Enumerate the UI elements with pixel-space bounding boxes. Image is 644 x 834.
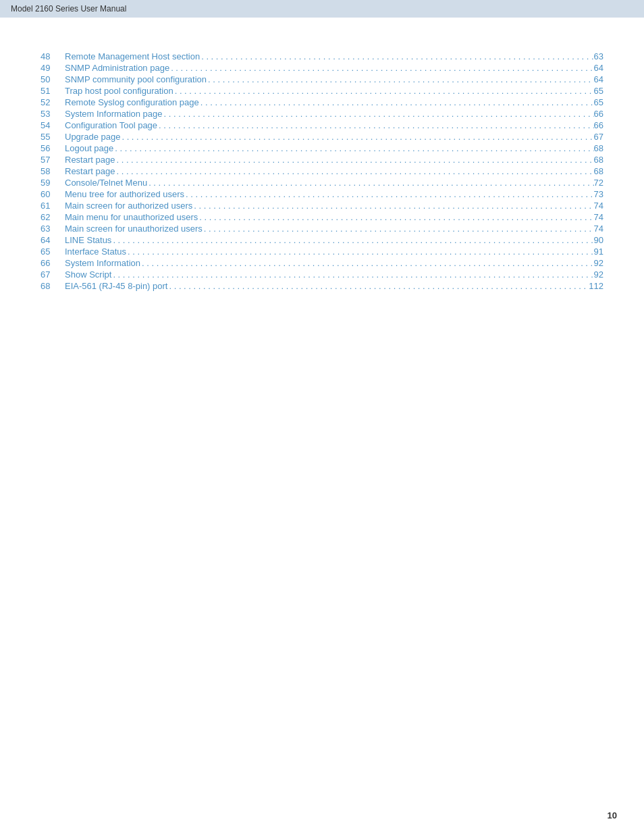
toc-entry-number: 64	[41, 235, 65, 245]
toc-entry-page: 112	[589, 281, 603, 291]
toc-entry-page: 90	[594, 235, 603, 245]
toc-container: 48Remote Management Host section . . . .…	[41, 51, 603, 291]
toc-entry-title: Main menu for unauthorized users	[65, 212, 198, 222]
toc-entry-page: 92	[594, 269, 603, 280]
toc-entry-dots: . . . . . . . . . . . . . . . . . . . . …	[111, 269, 593, 280]
header-title: Model 2160 Series User Manual	[11, 4, 126, 14]
toc-entry-number: 52	[41, 97, 65, 107]
toc-row[interactable]: 68EIA-561 (RJ-45 8-pin) port . . . . . .…	[41, 281, 603, 291]
toc-entry-dots: . . . . . . . . . . . . . . . . . . . . …	[163, 109, 594, 119]
toc-entry-title: Main screen for authorized users	[65, 201, 192, 211]
toc-entry-dots: . . . . . . . . . . . . . . . . . . . . …	[198, 212, 593, 222]
toc-entry-title: System Information page	[65, 109, 163, 119]
toc-entry-number: 48	[41, 51, 65, 61]
toc-entry-dots: . . . . . . . . . . . . . . . . . . . . …	[199, 97, 594, 107]
toc-entry-page: 63	[594, 51, 603, 61]
page-number: 10	[608, 810, 617, 820]
toc-entry-dots: . . . . . . . . . . . . . . . . . . . . …	[115, 166, 593, 176]
toc-entry-dots: . . . . . . . . . . . . . . . . . . . . …	[203, 224, 594, 234]
toc-entry-page: 74	[594, 212, 603, 222]
toc-row[interactable]: 57Restart page . . . . . . . . . . . . .…	[41, 155, 603, 165]
toc-entry-title: SNMP community pool configuration	[65, 74, 207, 84]
toc-entry-dots: . . . . . . . . . . . . . . . . . . . . …	[157, 120, 593, 130]
toc-entry-page: 91	[594, 246, 603, 257]
toc-entry-title: Show Script	[65, 269, 111, 280]
toc-entry-number: 59	[41, 178, 65, 188]
toc-entry-page: 92	[594, 258, 603, 268]
toc-entry-page: 72	[594, 178, 603, 188]
toc-entry-dots: . . . . . . . . . . . . . . . . . . . . …	[169, 63, 593, 73]
toc-entry-number: 61	[41, 201, 65, 211]
toc-row[interactable]: 62Main menu for unauthorized users . . .…	[41, 212, 603, 222]
toc-entry-dots: . . . . . . . . . . . . . . . . . . . . …	[147, 178, 593, 188]
toc-entry-number: 66	[41, 258, 65, 268]
toc-entry-number: 51	[41, 86, 65, 96]
toc-row[interactable]: 63Main screen for unauthorized users . .…	[41, 224, 603, 234]
toc-entry-number: 67	[41, 269, 65, 280]
toc-entry-number: 68	[41, 281, 65, 291]
toc-row[interactable]: 50SNMP community pool configuration . . …	[41, 74, 603, 84]
toc-row[interactable]: 59Console/Telnet Menu . . . . . . . . . …	[41, 178, 603, 188]
toc-row[interactable]: 61Main screen for authorized users . . .…	[41, 201, 603, 211]
toc-row[interactable]: 67Show Script . . . . . . . . . . . . . …	[41, 269, 603, 280]
toc-row[interactable]: 60Menu tree for authorized users . . . .…	[41, 189, 603, 199]
toc-row[interactable]: 49SNMP Administration page . . . . . . .…	[41, 63, 603, 73]
toc-entry-number: 63	[41, 224, 65, 234]
toc-row[interactable]: 66System Information . . . . . . . . . .…	[41, 258, 603, 268]
toc-entry-title: Configuration Tool page	[65, 120, 157, 130]
content-area: 48Remote Management Host section . . . .…	[0, 18, 644, 333]
toc-entry-title: Remote Syslog configuration page	[65, 97, 199, 107]
toc-entry-page: 68	[594, 166, 603, 176]
toc-entry-dots: . . . . . . . . . . . . . . . . . . . . …	[184, 189, 593, 199]
toc-entry-page: 66	[594, 109, 603, 119]
toc-entry-number: 55	[41, 132, 65, 142]
toc-entry-title: Restart page	[65, 166, 115, 176]
toc-entry-title: Menu tree for authorized users	[65, 189, 184, 199]
toc-entry-number: 54	[41, 120, 65, 130]
toc-entry-title: SNMP Administration page	[65, 63, 169, 73]
toc-entry-dots: . . . . . . . . . . . . . . . . . . . . …	[120, 132, 593, 142]
toc-entry-title: Interface Status	[65, 246, 126, 257]
toc-entry-page: 64	[594, 63, 603, 73]
toc-row[interactable]: 54Configuration Tool page . . . . . . . …	[41, 120, 603, 130]
toc-entry-dots: . . . . . . . . . . . . . . . . . . . . …	[173, 86, 594, 96]
toc-entry-dots: . . . . . . . . . . . . . . . . . . . . …	[111, 235, 593, 245]
toc-entry-dots: . . . . . . . . . . . . . . . . . . . . …	[113, 143, 593, 153]
toc-row[interactable]: 55Upgrade page . . . . . . . . . . . . .…	[41, 132, 603, 142]
toc-entry-dots: . . . . . . . . . . . . . . . . . . . . …	[167, 281, 589, 291]
toc-entry-dots: . . . . . . . . . . . . . . . . . . . . …	[200, 51, 593, 61]
toc-row[interactable]: 64LINE Status . . . . . . . . . . . . . …	[41, 235, 603, 245]
toc-entry-page: 68	[594, 155, 603, 165]
toc-row[interactable]: 52Remote Syslog configuration page . . .…	[41, 97, 603, 107]
toc-entry-number: 58	[41, 166, 65, 176]
toc-entry-page: 65	[594, 97, 603, 107]
toc-entry-title: LINE Status	[65, 235, 111, 245]
toc-entry-title: Upgrade page	[65, 132, 120, 142]
toc-entry-dots: . . . . . . . . . . . . . . . . . . . . …	[192, 201, 593, 211]
toc-entry-page: 74	[594, 224, 603, 234]
toc-entry-number: 53	[41, 109, 65, 119]
toc-row[interactable]: 58Restart page . . . . . . . . . . . . .…	[41, 166, 603, 176]
toc-entry-number: 56	[41, 143, 65, 153]
toc-entry-page: 73	[594, 189, 603, 199]
header-bar: Model 2160 Series User Manual	[0, 0, 644, 18]
toc-entry-title: Remote Management Host section	[65, 51, 200, 61]
toc-entry-page: 64	[594, 74, 603, 84]
toc-entry-number: 57	[41, 155, 65, 165]
toc-row[interactable]: 51Trap host pool configuration . . . . .…	[41, 86, 603, 96]
toc-entry-dots: . . . . . . . . . . . . . . . . . . . . …	[126, 246, 593, 257]
toc-entry-title: EIA-561 (RJ-45 8-pin) port	[65, 281, 167, 291]
toc-entry-number: 49	[41, 63, 65, 73]
toc-row[interactable]: 53System Information page . . . . . . . …	[41, 109, 603, 119]
toc-row[interactable]: 65Interface Status . . . . . . . . . . .…	[41, 246, 603, 257]
toc-entry-title: Console/Telnet Menu	[65, 178, 147, 188]
toc-entry-dots: . . . . . . . . . . . . . . . . . . . . …	[115, 155, 593, 165]
toc-row[interactable]: 48Remote Management Host section . . . .…	[41, 51, 603, 61]
toc-entry-number: 62	[41, 212, 65, 222]
toc-entry-page: 65	[594, 86, 603, 96]
toc-row[interactable]: 56Logout page . . . . . . . . . . . . . …	[41, 143, 603, 153]
toc-entry-title: Restart page	[65, 155, 115, 165]
toc-entry-page: 67	[594, 132, 603, 142]
toc-entry-title: Trap host pool configuration	[65, 86, 173, 96]
toc-entry-title: System Information	[65, 258, 140, 268]
